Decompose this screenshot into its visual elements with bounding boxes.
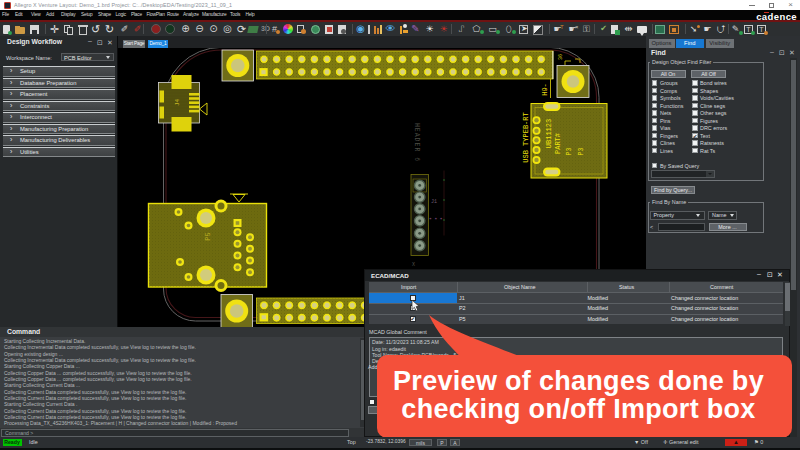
- svg-text:X: X: [412, 262, 415, 268]
- svg-text:P5: P5: [204, 232, 212, 240]
- svg-text:36: 36: [558, 53, 564, 59]
- svg-text:P3: P3: [578, 147, 585, 155]
- svg-text:PART#: PART#: [554, 132, 562, 153]
- svg-text:H9-: H9-: [541, 83, 549, 96]
- svg-text:✶ ✶ ✶: ✶ ✶ ✶: [429, 216, 443, 221]
- svg-text:HEADER 6: HEADER 6: [413, 122, 420, 161]
- svg-text:USB TYPEB-RT: USB TYPEB-RT: [522, 112, 530, 162]
- svg-text:J1: J1: [431, 199, 437, 205]
- svg-text:J4: J4: [174, 98, 181, 106]
- svg-text:P3: P3: [566, 147, 573, 155]
- svg-text:UB11123: UB11123: [545, 118, 553, 147]
